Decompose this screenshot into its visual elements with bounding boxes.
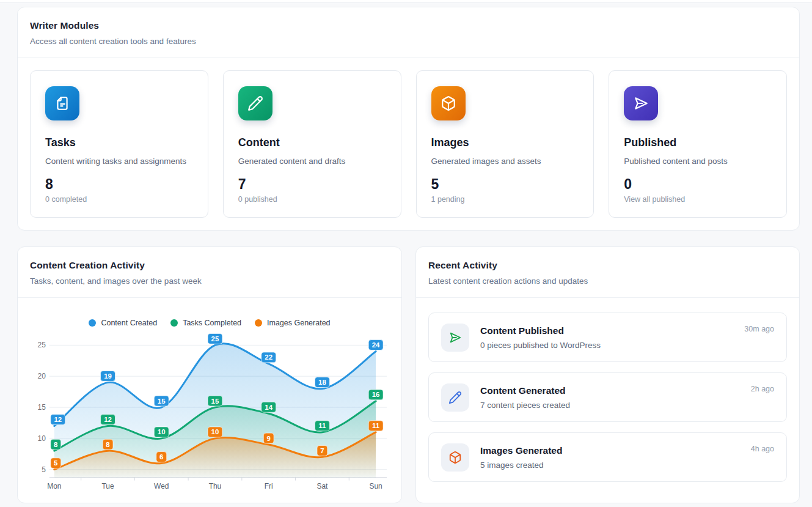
chart-panel-title: Content Creation Activity (30, 260, 389, 271)
svg-text:20: 20 (38, 372, 46, 380)
file-text-icon (45, 86, 79, 120)
send-icon (624, 86, 658, 120)
svg-text:5: 5 (54, 459, 58, 467)
svg-text:Mon: Mon (47, 482, 61, 490)
svg-text:15: 15 (211, 398, 219, 405)
svg-text:Wed: Wed (154, 482, 169, 490)
activity-item-content-published: Content Published 0 pieces published to … (428, 313, 787, 362)
svg-text:8: 8 (106, 441, 110, 448)
svg-text:25: 25 (38, 341, 46, 349)
writer-modules-title: Writer Modules (30, 20, 787, 31)
recent-activity-list: Content Published 0 pieces published to … (416, 298, 799, 497)
module-card-tasks[interactable]: Tasks Content writing tasks and assignme… (30, 70, 208, 218)
chart-panel-subtitle: Tasks, content, and images over the past… (30, 276, 389, 286)
recent-activity-subtitle: Latest content creation actions and upda… (428, 276, 787, 286)
svg-text:10: 10 (38, 434, 46, 443)
activity-item-time: 4h ago (751, 445, 774, 453)
activity-item-title: Content Published (480, 325, 744, 336)
send-icon (441, 324, 469, 352)
module-card-description: Generated content and drafts (238, 157, 386, 166)
writer-modules-subtitle: Access all content creation tools and fe… (30, 37, 787, 46)
svg-text:7: 7 (320, 447, 324, 454)
activity-item-description: 0 pieces published to WordPress (480, 341, 744, 350)
pencil-icon (238, 86, 272, 120)
module-card-title: Images (431, 136, 579, 149)
legend-label: Tasks Completed (183, 319, 241, 327)
module-card-title: Content (238, 136, 386, 149)
module-card-stat: 0 (624, 176, 772, 193)
module-card-content[interactable]: Content Generated content and drafts 7 0… (223, 70, 401, 218)
activity-item-title: Content Generated (480, 385, 751, 396)
legend-item[interactable]: Tasks Completed (170, 319, 241, 327)
svg-text:8: 8 (54, 441, 58, 448)
svg-text:14: 14 (265, 404, 272, 411)
activity-item-description: 7 content pieces created (480, 401, 751, 410)
activity-line-chart[interactable]: 252015105MonTueWedThuFriSatSun1219152522… (18, 331, 401, 496)
legend-label: Content Created (101, 319, 157, 327)
module-card-stat-label: View all published (624, 195, 772, 204)
chart-body: Content CreatedTasks CompletedImages Gen… (18, 298, 401, 496)
legend-label: Images Generated (267, 319, 331, 327)
module-card-description: Generated images and assets (431, 157, 579, 166)
module-cards-row: Tasks Content writing tasks and assignme… (18, 58, 799, 230)
dashboard: Writer Modules Access all content creati… (0, 3, 812, 503)
svg-text:10: 10 (158, 428, 166, 435)
legend-item[interactable]: Images Generated (255, 319, 331, 327)
svg-text:15: 15 (38, 403, 46, 412)
svg-text:11: 11 (318, 422, 326, 429)
module-card-stat: 7 (238, 176, 386, 193)
svg-text:24: 24 (372, 341, 380, 349)
recent-activity-panel: Recent Activity Latest content creation … (415, 246, 800, 503)
module-card-images[interactable]: Images Generated images and assets 5 1 p… (416, 70, 594, 218)
module-card-stat: 5 (431, 176, 579, 193)
activity-item-content-generated: Content Generated 7 content pieces creat… (428, 372, 787, 422)
svg-text:9: 9 (267, 435, 271, 442)
svg-text:Sun: Sun (369, 482, 382, 490)
box-icon (431, 86, 466, 120)
activity-item-images-generated: Images Generated 5 images created 4h ago (428, 432, 787, 482)
module-card-title: Tasks (45, 136, 193, 149)
box-icon (441, 443, 469, 472)
legend-dot-icon (255, 319, 262, 327)
content-creation-activity-panel: Content Creation Activity Tasks, content… (17, 246, 402, 503)
module-card-stat-label: 0 completed (45, 195, 193, 204)
svg-text:19: 19 (104, 372, 112, 380)
svg-text:12: 12 (104, 416, 112, 423)
svg-text:18: 18 (318, 379, 326, 386)
activity-item-description: 5 images created (480, 461, 751, 470)
writer-modules-panel: Writer Modules Access all content creati… (17, 7, 800, 231)
activity-item-time: 2h ago (751, 385, 774, 393)
activity-item-time: 30m ago (744, 325, 774, 333)
svg-text:Thu: Thu (209, 482, 222, 490)
writer-modules-header: Writer Modules Access all content creati… (18, 7, 799, 58)
legend-item[interactable]: Content Created (89, 319, 157, 327)
svg-text:6: 6 (159, 453, 163, 461)
module-card-published[interactable]: Published Published content and posts 0 … (609, 70, 787, 218)
module-card-stat-label: 0 published (238, 195, 386, 204)
svg-text:25: 25 (211, 335, 219, 342)
svg-text:22: 22 (265, 353, 272, 361)
module-card-description: Published content and posts (624, 157, 772, 166)
svg-text:12: 12 (54, 416, 62, 423)
module-card-description: Content writing tasks and assignments (45, 157, 193, 166)
svg-text:5: 5 (42, 465, 46, 474)
recent-activity-title: Recent Activity (428, 260, 787, 271)
legend-dot-icon (170, 319, 178, 327)
legend-dot-icon (89, 319, 96, 327)
module-card-title: Published (624, 136, 772, 149)
svg-text:10: 10 (211, 428, 219, 435)
svg-text:Fri: Fri (265, 482, 273, 490)
chart-legend: Content CreatedTasks CompletedImages Gen… (18, 319, 401, 327)
chart-panel-header: Content Creation Activity Tasks, content… (18, 247, 401, 298)
recent-activity-header: Recent Activity Latest content creation … (416, 247, 799, 298)
svg-text:11: 11 (372, 422, 380, 429)
pencil-icon (441, 383, 469, 412)
module-card-stat-label: 1 pending (431, 195, 579, 204)
module-card-stat: 8 (45, 176, 193, 193)
svg-text:Tue: Tue (101, 482, 114, 490)
activity-item-title: Images Generated (480, 445, 751, 456)
svg-text:Sat: Sat (316, 482, 328, 490)
svg-text:15: 15 (158, 398, 166, 405)
svg-text:16: 16 (372, 391, 380, 398)
